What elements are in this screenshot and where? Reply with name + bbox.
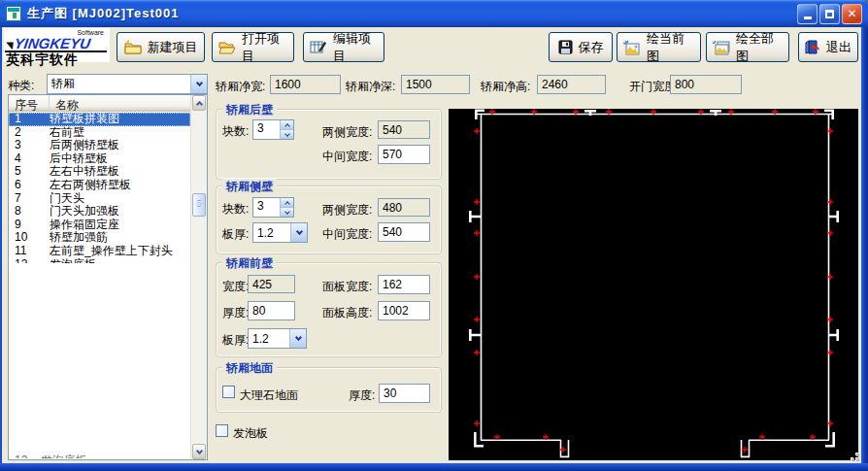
list-item[interactable]: 1轿壁板拼装图 (9, 113, 190, 126)
chevron-down-icon (195, 447, 202, 454)
foam-board-label: 发泡板 (233, 425, 268, 442)
edit-table-icon (310, 40, 327, 54)
list-item[interactable]: 8门天头加强板 (9, 205, 190, 219)
exit-label: 退出 (826, 39, 851, 56)
rear-block-spinner[interactable]: 3 (252, 119, 294, 140)
chevron-up-icon (284, 123, 290, 129)
save-button[interactable]: 保存 (549, 32, 613, 62)
list-item[interactable]: 3后两侧轿壁板 (9, 139, 190, 152)
front-thickness-dropdown-button[interactable] (289, 329, 306, 348)
list-header-no[interactable]: 序号 (9, 95, 50, 111)
minimize-icon (804, 17, 812, 19)
new-project-button[interactable]: 新建项目 (117, 32, 205, 62)
spin-up-button[interactable] (281, 120, 293, 129)
category-combobox[interactable]: 轿厢 (47, 74, 208, 94)
list-item-name: 发泡底板 (50, 258, 190, 263)
draw-all-label: 绘全部图 (736, 30, 783, 65)
list-item-name: 门天头加强板 (50, 205, 190, 219)
open-project-button[interactable]: 打开项目 (212, 32, 294, 62)
maximize-button[interactable] (819, 4, 840, 24)
resize-grip[interactable] (848, 452, 859, 461)
floor-title: 轿厢地面 (222, 360, 277, 377)
cad-drawing (449, 109, 858, 460)
exit-door-icon (805, 40, 820, 54)
chevron-down-icon (294, 334, 301, 341)
car-width-field (270, 75, 341, 94)
side-block-value: 3 (253, 198, 280, 217)
list-item-name: 左右中轿壁板 (50, 165, 190, 179)
car-depth-label: 轿厢净深: (346, 79, 395, 95)
category-dropdown-button[interactable] (190, 75, 207, 93)
marble-floor-checkbox[interactable] (222, 386, 235, 398)
chevron-down-icon (295, 228, 302, 235)
front-panel-height-field[interactable] (378, 301, 430, 320)
rear-mid-width-label: 中间宽度: (322, 149, 372, 165)
scroll-thumb[interactable] (192, 193, 206, 217)
side-block-spinner[interactable]: 3 (252, 197, 294, 218)
cad-outline (476, 114, 833, 456)
front-thickness-value: 1.2 (249, 332, 289, 346)
list-item[interactable]: 11左前壁_操作壁上下封头 (9, 245, 190, 258)
list-item-name: 后两侧轿壁板 (50, 139, 190, 152)
scroll-up-button[interactable] (192, 95, 206, 111)
list-item[interactable]: 12发泡底板 (9, 258, 190, 263)
side-mid-width-field[interactable] (378, 222, 430, 242)
draw-current-button[interactable]: 绘当前图 (617, 32, 701, 62)
front-panel-width-field[interactable] (378, 275, 430, 294)
floor-thickness-field[interactable] (379, 384, 430, 403)
list-item-name: 门天头 (50, 192, 190, 206)
list-item-no: 8 (9, 205, 50, 219)
app-icon (6, 6, 21, 21)
spin-down-button[interactable] (281, 207, 293, 217)
chevron-down-icon (195, 80, 202, 86)
side-thickness-value: 1.2 (253, 226, 290, 240)
car-height-field (537, 75, 606, 94)
list-item-no: 5 (9, 165, 50, 179)
list-item[interactable]: 5左右中轿壁板 (9, 165, 190, 179)
list-item[interactable]: 10轿壁加强筋 (9, 231, 190, 245)
list-item-no: 10 (9, 231, 50, 245)
cad-preview-canvas (449, 109, 858, 460)
list-item-no: 12 (9, 258, 50, 263)
front-width-field (248, 275, 295, 293)
draw-all-button[interactable]: 绘全部图 (706, 32, 789, 62)
draw-all-icon (713, 40, 730, 55)
floor-thickness-label: 厚度: (349, 387, 375, 404)
side-block-label: 块数: (222, 201, 249, 218)
maximize-icon (825, 10, 834, 18)
rear-mid-width-field[interactable] (378, 145, 430, 164)
open-folder-icon (218, 40, 236, 54)
list-item[interactable]: 7门天头 (9, 192, 190, 206)
list-clipped-row-artifact: 12 发泡底板 (15, 454, 87, 458)
spin-up-button[interactable] (281, 198, 293, 207)
list-item[interactable]: 6左右两侧轿壁板 (9, 179, 190, 192)
window-title: 生产图 [MJ002]Test001 (27, 5, 795, 22)
app-window: 生产图 [MJ002]Test001 ✕ Software YINGKEYU 英… (0, 0, 868, 471)
list-item-no: 7 (9, 192, 50, 206)
list-item-no: 2 (9, 126, 50, 140)
list-item[interactable]: 9操作箱固定座 (9, 219, 190, 232)
scroll-down-button[interactable] (192, 444, 206, 459)
side-thickness-dropdown-button[interactable] (290, 223, 307, 242)
list-scrollbar[interactable] (190, 95, 207, 459)
list-item[interactable]: 4后中轿壁板 (9, 152, 190, 166)
side-mid-width-label: 中间宽度: (322, 226, 372, 243)
list-item-no: 9 (9, 219, 50, 232)
foam-board-checkbox[interactable] (216, 424, 228, 437)
new-project-label: 新建项目 (148, 39, 198, 56)
list-item-name: 左前壁_操作壁上下封头 (50, 245, 190, 258)
category-value: 轿厢 (48, 76, 190, 92)
front-depth-field[interactable] (248, 301, 295, 320)
edit-project-button[interactable]: 编辑项目 (303, 32, 384, 62)
list-header-name[interactable]: 名称 (50, 95, 79, 111)
front-thickness-combobox[interactable]: 1.2 (248, 328, 307, 349)
minimize-button[interactable] (797, 4, 818, 24)
close-button[interactable]: ✕ (842, 4, 862, 24)
list-item[interactable]: 2右前壁 (9, 126, 190, 140)
list-item-no: 1 (9, 113, 50, 126)
side-thickness-combobox[interactable]: 1.2 (252, 222, 308, 243)
new-folder-icon (124, 40, 142, 54)
vendor-logo: Software YINGKEYU 英科宇软件 (4, 28, 110, 62)
exit-button[interactable]: 退出 (798, 32, 858, 62)
spin-down-button[interactable] (281, 129, 293, 139)
